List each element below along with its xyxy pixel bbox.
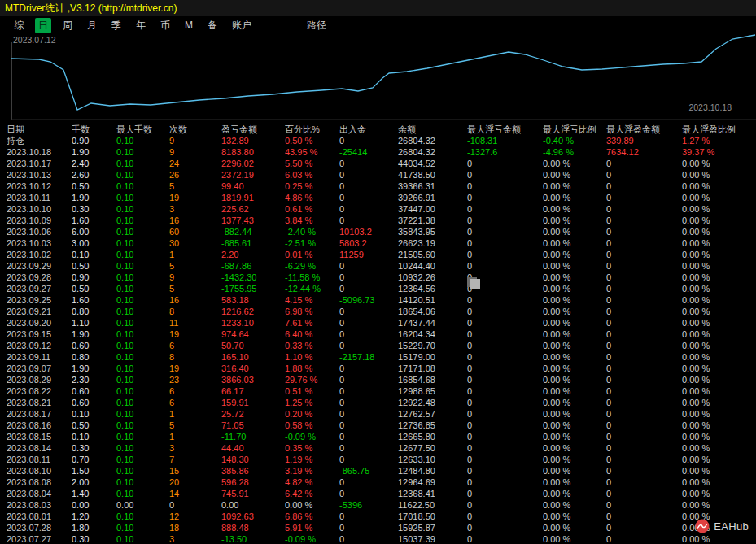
column-header[interactable]: 百分比%: [285, 124, 339, 135]
table-cell: 2023.10.06: [7, 226, 72, 237]
table-row[interactable]: 2023.08.041.400.1014745.916.42 %012368.4…: [0, 488, 756, 499]
table-row[interactable]: 2023.09.151.900.1019974.646.40 %016204.3…: [0, 329, 756, 340]
table-row[interactable]: 2023.08.220.600.10666.170.51 %012988.650…: [0, 385, 756, 397]
column-header[interactable]: 手数: [72, 124, 116, 135]
table-row[interactable]: 2023.09.071.900.1019316.401.88 %017171.0…: [0, 363, 756, 374]
table-cell: 0: [339, 306, 398, 317]
table-cell: 29.76 %: [285, 374, 339, 385]
table-row[interactable]: 持仓0.900.109132.890.50 %026804.32-108.31-…: [0, 135, 756, 146]
table-row[interactable]: 2023.08.030.000.0000.000.00 %-539611622.…: [0, 499, 756, 511]
table-row[interactable]: 2023.10.172.400.10242296.025.50 %044034.…: [0, 158, 756, 169]
table-row[interactable]: 2023.08.140.300.10344.400.35 %012677.500…: [0, 442, 756, 454]
column-header[interactable]: 盈亏金额: [221, 124, 285, 135]
table-row[interactable]: 2023.08.082.000.1020596.284.82 %012964.6…: [0, 477, 756, 488]
table-row[interactable]: 2023.10.020.100.1012.200.01 %1125921505.…: [0, 249, 756, 260]
table-cell: 0: [606, 431, 682, 442]
table-row[interactable]: 2023.10.181.900.1098183.8043.95 %-254142…: [0, 146, 756, 158]
table-row[interactable]: 2023.08.170.100.10125.720.20 %012762.570…: [0, 408, 756, 420]
table-row[interactable]: 2023.07.270.300.103-13.50-0.09 %015037.3…: [0, 533, 756, 544]
column-header[interactable]: 日期: [7, 124, 72, 135]
table-row[interactable]: 2023.09.201.100.10111233.107.61 %017437.…: [0, 317, 756, 329]
table-row[interactable]: 2023.10.100.300.103225.620.61 %037447.00…: [0, 203, 756, 215]
table-row[interactable]: 2023.08.101.500.1015385.863.19 %-865.751…: [0, 465, 756, 477]
chart-end-date-label: 2023.10.18: [688, 102, 732, 112]
table-cell: 15037.39: [398, 533, 467, 544]
menu-item-账户[interactable]: 账户: [229, 18, 255, 33]
table-cell: 5: [169, 260, 221, 272]
table-row[interactable]: 2023.09.110.800.108165.101.10 %-2157.181…: [0, 351, 756, 363]
table-cell: 0.00 %: [682, 329, 756, 340]
table-row[interactable]: 2023.09.270.500.105-1755.95-12.44 %01236…: [0, 283, 756, 294]
table-row[interactable]: 2023.09.251.600.1016583.184.15 %-5096.73…: [0, 294, 756, 306]
table-cell: 148.30: [221, 454, 285, 465]
menu-item-M[interactable]: M: [181, 19, 196, 32]
table-cell: 0.50: [72, 181, 116, 192]
table-cell: 0: [606, 294, 682, 306]
menu-item-综[interactable]: 综: [11, 18, 27, 33]
table-cell: 0.00 %: [543, 181, 606, 192]
menu-item-年[interactable]: 年: [133, 18, 149, 33]
table-cell: 0: [606, 477, 682, 488]
table-cell: 0.10: [116, 363, 169, 374]
table-row[interactable]: 2023.08.150.100.101-11.70-0.09 %012665.8…: [0, 431, 756, 442]
table-row[interactable]: 2023.10.120.500.10599.400.25 %039366.310…: [0, 181, 756, 192]
table-row[interactable]: 2023.09.120.600.10650.700.33 %015229.700…: [0, 340, 756, 351]
table-row[interactable]: 2023.08.011.200.10121092.636.86 %017018.…: [0, 511, 756, 522]
table-cell: 66.17: [221, 385, 285, 397]
menu-item-月[interactable]: 月: [84, 18, 100, 33]
column-header[interactable]: 最大浮盈金额: [606, 124, 682, 135]
table-cell: 0.00 %: [682, 465, 756, 477]
table-cell: 0.10: [116, 181, 169, 192]
table-row[interactable]: 2023.09.210.800.1081216.626.98 %018654.0…: [0, 306, 756, 317]
column-header[interactable]: 余额: [398, 124, 467, 135]
table-header: 日期手数最大手数次数盈亏金额百分比%出入金余额最大浮亏金额最大浮亏比例最大浮盈金…: [0, 124, 756, 135]
table-cell: 0: [467, 192, 543, 203]
table-cell: 0: [606, 454, 682, 465]
column-header[interactable]: 最大浮盈比例: [682, 124, 756, 135]
column-header[interactable]: 出入金: [339, 124, 398, 135]
column-header[interactable]: 最大浮亏金额: [467, 124, 543, 135]
table-cell: 0.00 %: [682, 454, 756, 465]
menu-item-路径[interactable]: 路径: [304, 18, 330, 33]
table-cell: 11259: [339, 249, 398, 260]
column-header[interactable]: 最大手数: [116, 124, 169, 135]
table-row[interactable]: 2023.10.066.000.1060-882.44-2.40 %10103.…: [0, 226, 756, 237]
table-cell: 0.10: [116, 431, 169, 442]
table-cell: 0: [606, 442, 682, 454]
table-row[interactable]: 2023.10.033.000.1030-685.61-2.51 %5803.2…: [0, 237, 756, 249]
table-row[interactable]: 2023.08.160.500.10571.050.58 %012736.850…: [0, 420, 756, 431]
menu-item-季[interactable]: 季: [108, 18, 125, 33]
table-row[interactable]: 2023.08.110.700.107148.301.19 %012633.10…: [0, 454, 756, 465]
table-cell: 17437.44: [398, 317, 467, 329]
table-row[interactable]: 2023.08.210.600.106159.911.25 %012922.48…: [0, 397, 756, 408]
table-row[interactable]: 2023.07.281.800.1018888.485.91 %015925.8…: [0, 522, 756, 533]
table-cell: 0.10: [116, 477, 169, 488]
menu-item-备[interactable]: 备: [204, 18, 221, 33]
table-cell: 0.10: [116, 454, 169, 465]
column-header[interactable]: 最大浮亏比例: [543, 124, 606, 135]
table-cell: 1: [169, 431, 221, 442]
table-row[interactable]: 2023.09.290.500.105-687.86-6.29 %010244.…: [0, 260, 756, 272]
table-cell: 0: [467, 477, 543, 488]
table-row[interactable]: 2023.09.280.900.109-1432.30-11.58 %01093…: [0, 272, 756, 283]
table-cell: 0.00 %: [682, 385, 756, 397]
table-cell: 0.00 %: [682, 249, 756, 260]
column-header[interactable]: 次数: [169, 124, 221, 135]
table-cell: 0.00: [72, 499, 116, 511]
table-row[interactable]: 2023.08.292.300.10233866.0329.76 %016854…: [0, 374, 756, 385]
table-cell: 0.00 %: [682, 260, 756, 272]
table-row[interactable]: 2023.10.111.900.10191819.914.86 %039266.…: [0, 192, 756, 203]
table-cell: -2.51 %: [285, 237, 339, 249]
table-row[interactable]: 2023.10.132.600.10262372.196.03 %041738.…: [0, 169, 756, 181]
menu-item-日[interactable]: 日: [35, 18, 51, 33]
table-cell: 0.00 %: [543, 306, 606, 317]
table-cell: 8: [169, 351, 221, 363]
menu-item-周[interactable]: 周: [59, 18, 76, 33]
table-row[interactable]: 2023.10.091.600.10161377.433.84 %037221.…: [0, 215, 756, 226]
table-cell: 0.00 %: [543, 431, 606, 442]
table-cell: 19: [169, 192, 221, 203]
table-cell: 5803.2: [339, 237, 398, 249]
menu-item-币[interactable]: 币: [157, 18, 173, 33]
table-cell: 2023.08.14: [7, 442, 72, 454]
table-cell: -0.09 %: [285, 533, 339, 544]
